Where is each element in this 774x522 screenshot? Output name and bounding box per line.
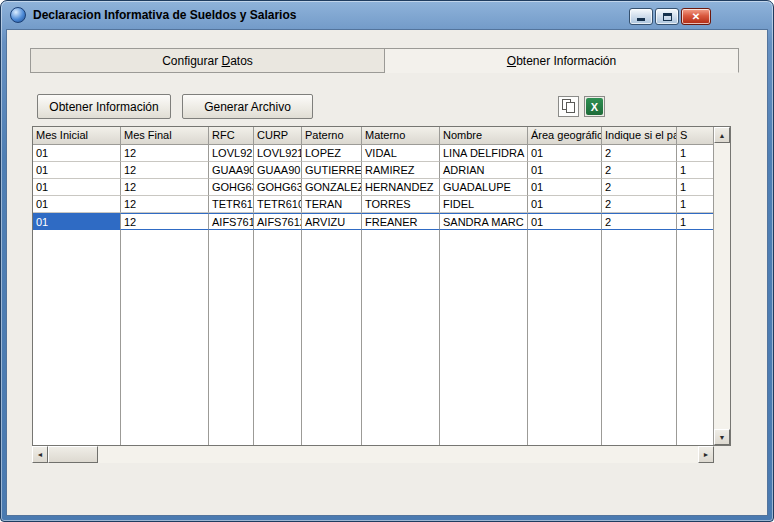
table-cell[interactable]: 2 xyxy=(602,196,677,213)
table-cell[interactable]: 2 xyxy=(602,213,677,230)
empty-cell xyxy=(302,349,362,366)
table-cell[interactable]: HERNANDEZ xyxy=(362,179,440,196)
table-cell[interactable]: 01 xyxy=(33,162,121,179)
empty-cell xyxy=(677,383,713,400)
empty-cell xyxy=(362,349,440,366)
column-header[interactable]: Nombre xyxy=(440,127,528,145)
table-cell[interactable]: 01 xyxy=(528,145,602,162)
table-cell[interactable]: 2 xyxy=(602,145,677,162)
column-header[interactable]: Indique si el patr xyxy=(602,127,677,145)
table-row[interactable]: 0112TETR61042TETR61042TERANTORRESFIDEL01… xyxy=(33,196,713,213)
scroll-down-button[interactable]: ▼ xyxy=(714,429,730,445)
table-cell[interactable]: 12 xyxy=(121,145,209,162)
table-cell[interactable]: 01 xyxy=(528,179,602,196)
table-cell[interactable]: 01 xyxy=(528,213,602,230)
export-excel-button[interactable]: X xyxy=(584,96,605,117)
empty-cell xyxy=(254,434,302,445)
empty-cell xyxy=(254,298,302,315)
table-cell[interactable]: ADRIAN xyxy=(440,162,528,179)
tab-obtener-informacion[interactable]: Obtener Información xyxy=(385,48,739,73)
close-button[interactable]: ✕ xyxy=(681,8,711,25)
table-cell[interactable]: TORRES xyxy=(362,196,440,213)
obtener-informacion-button[interactable]: Obtener Información xyxy=(37,94,171,119)
column-header[interactable]: RFC xyxy=(209,127,254,145)
table-cell[interactable]: LOVL92102 xyxy=(209,145,254,162)
table-cell[interactable]: LOVL92102 xyxy=(254,145,302,162)
table-cell[interactable]: 2 xyxy=(602,179,677,196)
horizontal-scroll-track[interactable] xyxy=(98,446,698,463)
table-cell[interactable]: GUAA90121 xyxy=(209,162,254,179)
table-cell[interactable]: GOHG63071 xyxy=(254,179,302,196)
table-cell[interactable]: VIDAL xyxy=(362,145,440,162)
minimize-button[interactable] xyxy=(629,8,653,25)
table-cell[interactable]: 01 xyxy=(33,213,121,230)
table-row[interactable]: 0112AIFS76121AIFS76121ARVIZUFREANERSANDR… xyxy=(33,213,713,230)
table-cell[interactable]: 1 xyxy=(677,179,713,196)
table-cell[interactable]: LOPEZ xyxy=(302,145,362,162)
table-cell[interactable]: 01 xyxy=(528,196,602,213)
table-cell[interactable]: GUAA90121 xyxy=(254,162,302,179)
scroll-right-button[interactable]: ► xyxy=(698,446,714,463)
column-header[interactable]: Paterno xyxy=(302,127,362,145)
table-cell[interactable]: 12 xyxy=(121,179,209,196)
table-cell[interactable]: 12 xyxy=(121,213,209,230)
empty-cell xyxy=(602,315,677,332)
empty-cell xyxy=(254,349,302,366)
empty-cell xyxy=(33,315,121,332)
table-row[interactable]: 0112GUAA90121GUAA90121GUTIERREZRAMIREZAD… xyxy=(33,162,713,179)
table-row[interactable]: 0112GOHG63071GOHG63071GONZALEZHERNANDEZG… xyxy=(33,179,713,196)
scroll-left-button[interactable]: ◄ xyxy=(32,446,48,463)
table-cell[interactable]: TETR61042 xyxy=(209,196,254,213)
generar-archivo-button[interactable]: Generar Archivo xyxy=(182,94,313,119)
tab-configurar-datos[interactable]: Configurar Datos xyxy=(30,48,385,73)
table-cell[interactable]: 12 xyxy=(121,196,209,213)
table-cell[interactable]: AIFS76121 xyxy=(254,213,302,230)
empty-cell xyxy=(254,400,302,417)
table-cell[interactable]: 12 xyxy=(121,162,209,179)
table-cell[interactable]: 01 xyxy=(528,162,602,179)
column-header[interactable]: Materno xyxy=(362,127,440,145)
table-cell[interactable]: 1 xyxy=(677,162,713,179)
copy-button[interactable] xyxy=(558,96,579,117)
empty-row xyxy=(33,349,713,366)
empty-cell xyxy=(121,247,209,264)
table-cell[interactable]: 2 xyxy=(602,162,677,179)
table-cell[interactable]: LINA DELFIDRA xyxy=(440,145,528,162)
table-cell[interactable]: 01 xyxy=(33,179,121,196)
table-cell[interactable]: AIFS76121 xyxy=(209,213,254,230)
horizontal-scrollbar[interactable]: ◄ ► xyxy=(32,446,731,463)
vertical-scroll-track[interactable] xyxy=(714,143,730,429)
table-cell[interactable]: 1 xyxy=(677,196,713,213)
empty-cell xyxy=(209,349,254,366)
scroll-up-button[interactable]: ▲ xyxy=(714,127,730,143)
table-cell[interactable]: 01 xyxy=(33,145,121,162)
table-cell[interactable]: TERAN xyxy=(302,196,362,213)
table-cell[interactable]: 01 xyxy=(33,196,121,213)
empty-row xyxy=(33,383,713,400)
table-cell[interactable]: FIDEL xyxy=(440,196,528,213)
column-header[interactable]: Mes Final xyxy=(121,127,209,145)
table-cell[interactable]: GOHG63071 xyxy=(209,179,254,196)
column-header[interactable]: S xyxy=(677,127,713,145)
table-cell[interactable]: TETR61042 xyxy=(254,196,302,213)
table-cell[interactable]: FREANER xyxy=(362,213,440,230)
horizontal-scroll-thumb[interactable] xyxy=(48,446,98,463)
table-cell[interactable]: RAMIREZ xyxy=(362,162,440,179)
empty-cell xyxy=(33,349,121,366)
empty-cell xyxy=(33,230,121,247)
table-cell[interactable]: GUTIERREZ xyxy=(302,162,362,179)
table-cell[interactable]: GONZALEZ xyxy=(302,179,362,196)
table-cell[interactable]: SANDRA MARC xyxy=(440,213,528,230)
table-cell[interactable]: ARVIZU xyxy=(302,213,362,230)
column-header[interactable]: Área geográfica xyxy=(528,127,602,145)
table-row[interactable]: 0112LOVL92102LOVL92102LOPEZVIDALLINA DEL… xyxy=(33,145,713,162)
column-header[interactable]: CURP xyxy=(254,127,302,145)
empty-cell xyxy=(440,434,528,445)
vertical-scrollbar[interactable]: ▲ ▼ xyxy=(713,127,730,445)
table-cell[interactable]: GUADALUPE xyxy=(440,179,528,196)
table-cell[interactable]: 1 xyxy=(677,145,713,162)
column-header[interactable]: Mes Inicial xyxy=(33,127,121,145)
table-cell[interactable]: 1 xyxy=(677,213,713,230)
maximize-button[interactable] xyxy=(655,8,679,25)
empty-cell xyxy=(440,298,528,315)
